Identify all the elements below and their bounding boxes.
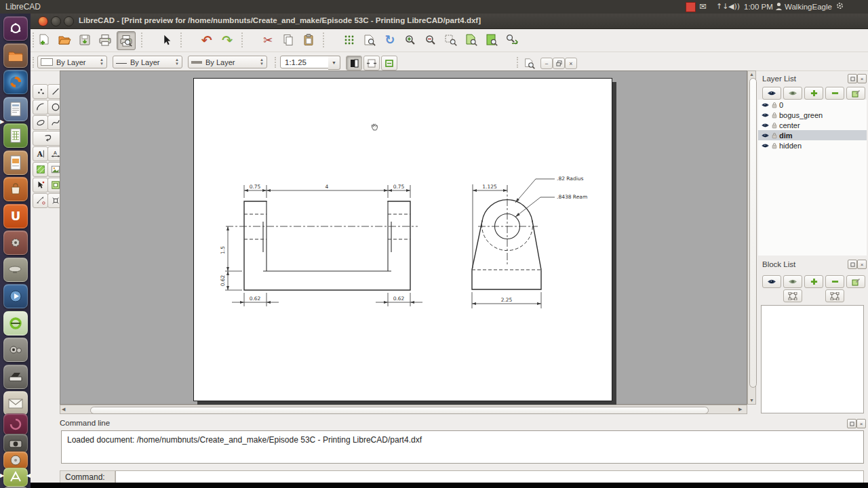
launcher-ubuntu-one[interactable]: U: [3, 204, 28, 228]
layer-visibility-eye-icon[interactable]: [761, 133, 770, 138]
clock[interactable]: 1:00 PM: [744, 3, 773, 11]
toolbar-handle[interactable]: [275, 57, 277, 68]
insert-block-button[interactable]: [825, 289, 844, 302]
zoom-in-button[interactable]: [401, 31, 419, 49]
launcher-ubuntu-software-center[interactable]: [3, 177, 28, 201]
edit-layer-button[interactable]: [846, 87, 865, 100]
copy-button[interactable]: [279, 31, 297, 49]
launcher-libreoffice-writer[interactable]: [3, 97, 28, 121]
layer-row-0[interactable]: 0: [758, 100, 867, 110]
launcher-libreoffice-impress[interactable]: [3, 150, 28, 175]
layer-lock-icon[interactable]: [772, 102, 777, 108]
block-list[interactable]: [761, 305, 864, 413]
zoom-pan-button[interactable]: [503, 31, 521, 49]
print-scale-dropdown-button[interactable]: ▼: [328, 56, 340, 70]
launcher-gimp[interactable]: [3, 413, 28, 435]
scroll-right-arrow[interactable]: ▶: [738, 407, 742, 412]
layer-lock-icon[interactable]: [772, 122, 777, 129]
scroll-left-arrow[interactable]: ◀: [62, 407, 65, 412]
edit-block-button[interactable]: [846, 275, 865, 288]
scroll-up-arrow[interactable]: ▲: [749, 72, 754, 77]
zoom-document-button[interactable]: [361, 31, 378, 49]
hide-all-layers-button[interactable]: [783, 87, 802, 100]
launcher-simple-scan[interactable]: [3, 365, 28, 389]
zoom-out-button[interactable]: [422, 31, 439, 49]
add-block-button[interactable]: [804, 275, 823, 288]
launcher-ubuntu-dash[interactable]: [3, 16, 28, 41]
block-panel-float-button[interactable]: [848, 260, 857, 269]
print-button[interactable]: [96, 31, 114, 49]
launcher-libreoffice-calc[interactable]: [3, 123, 28, 148]
command-input[interactable]: [115, 470, 864, 483]
tool-measure-button[interactable]: [33, 193, 48, 208]
session-username[interactable]: WalkingEagle: [785, 3, 832, 11]
print-preview-button[interactable]: [117, 31, 136, 50]
toolbar-handle[interactable]: [517, 57, 519, 68]
layer-panel-close-button[interactable]: ×: [857, 74, 867, 83]
tool-polyline-button[interactable]: [33, 131, 63, 146]
mail-icon[interactable]: ✉: [699, 1, 707, 12]
launcher-game[interactable]: [3, 258, 28, 282]
pen-width-combo[interactable]: By Layer ▲▼: [113, 56, 182, 68]
toolbar-handle[interactable]: [33, 57, 35, 68]
zoom-window-button[interactable]: [462, 31, 480, 49]
tool-select-button[interactable]: [33, 178, 48, 192]
tool-text-button[interactable]: A: [33, 146, 48, 161]
zoom-auto-button[interactable]: [442, 31, 460, 49]
tool-ellipse-button[interactable]: [33, 115, 48, 130]
redo-button[interactable]: ↷: [218, 31, 236, 49]
toolbar-handle[interactable]: [323, 33, 326, 47]
layer-panel-float-button[interactable]: [848, 74, 857, 83]
mdi-restore-button[interactable]: [553, 58, 565, 69]
appmenu-label[interactable]: LibreCAD: [5, 2, 41, 12]
command-history[interactable]: Loaded document: /home/numbnuts/Create_a…: [61, 430, 864, 464]
layer-visibility-eye-icon[interactable]: [761, 143, 770, 148]
show-all-layers-button[interactable]: [762, 87, 781, 100]
window-minimize-button[interactable]: [51, 16, 61, 26]
layer-row-hidden[interactable]: hidden: [758, 140, 867, 150]
window-maximize-button[interactable]: [64, 16, 74, 26]
fit-to-paper-button[interactable]: [363, 56, 380, 70]
layer-row-center[interactable]: center: [758, 120, 867, 130]
launcher-media-player[interactable]: [3, 284, 28, 308]
layer-lock-icon[interactable]: [772, 112, 777, 119]
open-drawing-button[interactable]: [56, 31, 73, 49]
remove-layer-button[interactable]: [825, 87, 844, 100]
layer-visibility-eye-icon[interactable]: [761, 113, 770, 118]
toolbar-handle[interactable]: [141, 33, 144, 47]
launcher-system-settings[interactable]: [3, 230, 28, 255]
layer-lock-icon[interactable]: [772, 132, 777, 139]
block-panel-close-button[interactable]: ×: [857, 260, 867, 269]
add-layer-button[interactable]: [804, 87, 823, 100]
launcher-openshot[interactable]: [3, 311, 28, 336]
launcher-camera[interactable]: [3, 434, 28, 453]
save-drawing-button[interactable]: [76, 31, 94, 49]
preview-zoom-button[interactable]: [522, 57, 537, 70]
tool-hatch-button[interactable]: [33, 162, 48, 177]
command-dock-close-button[interactable]: ×: [856, 419, 866, 428]
selection-pointer-button[interactable]: [157, 31, 175, 49]
remove-block-button[interactable]: [825, 275, 844, 288]
fixed-scale-button[interactable]: [381, 56, 397, 70]
layer-visibility-eye-icon[interactable]: [761, 123, 770, 128]
volume-icon[interactable]: ◀)): [728, 2, 740, 10]
network-arrows-icon[interactable]: ↑↓: [716, 2, 728, 10]
hide-all-blocks-button[interactable]: [783, 275, 802, 288]
snap-grid-button[interactable]: [340, 31, 358, 49]
canvas-vertical-scrollbar[interactable]: ▲ ▼: [747, 70, 756, 405]
pen-color-combo[interactable]: By Layer ▲▼: [37, 56, 107, 68]
scroll-down-arrow[interactable]: ▼: [749, 398, 754, 403]
cut-button[interactable]: ✂: [259, 31, 277, 49]
zoom-page-button[interactable]: [483, 31, 500, 49]
create-block-button[interactable]: [783, 289, 802, 302]
tool-point-button[interactable]: [33, 84, 48, 99]
launcher-librecad[interactable]: [3, 468, 28, 487]
pen-linetype-combo[interactable]: By Layer ▲▼: [188, 56, 267, 68]
session-gear-icon[interactable]: [835, 1, 844, 12]
launcher-files[interactable]: [3, 43, 28, 68]
mdi-close-button[interactable]: ×: [565, 58, 577, 69]
vscroll-thumb[interactable]: [749, 78, 757, 388]
layer-row-dim[interactable]: dim: [758, 130, 867, 140]
print-scale-combo[interactable]: 1:1.25: [280, 56, 329, 68]
black-white-toggle-button[interactable]: [346, 56, 362, 70]
